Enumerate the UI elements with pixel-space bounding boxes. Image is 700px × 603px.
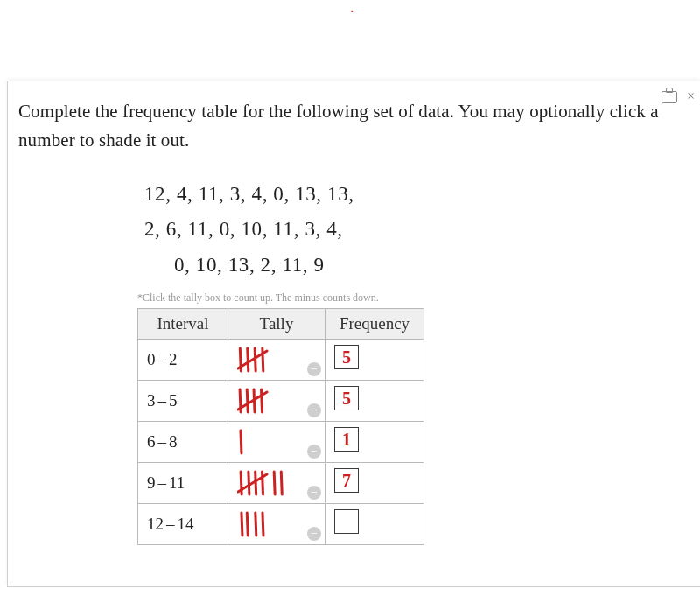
interval-cell: 6–8 <box>138 421 228 462</box>
interval-hi: 11 <box>169 473 185 492</box>
tally-minus-button[interactable]: − <box>307 527 321 541</box>
interval-hi: 14 <box>178 515 194 533</box>
tally-minus-button[interactable]: − <box>307 403 321 417</box>
frequency-value: 5 <box>335 346 358 368</box>
frequency-value: 7 <box>335 469 358 492</box>
tally-cell[interactable]: − <box>228 462 326 503</box>
question-panel: × Complete the frequency table for the f… <box>7 81 700 587</box>
frequency-input[interactable]: 5 <box>334 386 359 410</box>
dash: – <box>158 350 167 368</box>
dataset-numbers[interactable]: 12, 4, 11, 3, 4, 0, 13, 13, 2, 6, 11, 0,… <box>144 177 682 283</box>
interval-lo: 6 <box>147 432 156 451</box>
table-row: 12–14− <box>138 503 424 544</box>
interval-hi: 8 <box>169 432 178 451</box>
col-tally: Tally <box>228 308 326 339</box>
frequency-input[interactable]: 5 <box>334 345 359 369</box>
data-row[interactable]: 2, 6, 11, 0, 10, 11, 3, 4, <box>144 212 682 247</box>
data-row[interactable]: 12, 4, 11, 3, 4, 0, 13, 13, <box>144 177 682 212</box>
frequency-input[interactable]: 7 <box>334 468 359 493</box>
tally-minus-button[interactable]: − <box>307 445 321 459</box>
col-frequency: Frequency <box>326 308 424 339</box>
prompt-line-2: number to shade it out. <box>18 130 189 151</box>
tally-cell[interactable]: − <box>228 380 326 421</box>
frequency-input[interactable]: 1 <box>334 427 359 452</box>
frequency-input[interactable] <box>334 509 359 534</box>
interval-cell: 0–2 <box>138 339 228 380</box>
dash: – <box>158 432 167 451</box>
tally-hint: *Click the tally box to count up. The mi… <box>137 291 682 305</box>
frequency-table: Interval Tally Frequency 0–2−53–5−56–8−1… <box>137 308 424 545</box>
frequency-cell: 5 <box>326 380 424 421</box>
interval-hi: 5 <box>169 391 178 410</box>
frequency-cell: 7 <box>326 462 424 503</box>
frequency-cell: 1 <box>326 421 424 462</box>
dash: – <box>158 391 167 410</box>
data-row[interactable]: 0, 10, 13, 2, 11, 9 <box>144 248 682 283</box>
question-prompt: Complete the frequency table for the fol… <box>18 97 682 154</box>
interval-cell: 12–14 <box>138 503 228 544</box>
table-row: 6–8−1 <box>138 421 424 462</box>
frequency-cell <box>326 503 424 544</box>
dash: – <box>166 515 175 533</box>
dash: – <box>158 473 167 492</box>
tally-cell[interactable]: − <box>228 339 326 380</box>
table-row: 9–11−7 <box>138 462 424 503</box>
close-icon[interactable]: × <box>687 88 695 104</box>
frequency-cell: 5 <box>326 339 424 380</box>
interval-lo: 9 <box>147 473 156 492</box>
frequency-value: 5 <box>335 387 358 410</box>
interval-cell: 3–5 <box>138 380 228 421</box>
tally-cell[interactable]: − <box>228 503 326 544</box>
interval-hi: 2 <box>169 350 178 368</box>
frequency-value <box>335 510 358 533</box>
col-interval: Interval <box>138 308 228 339</box>
prompt-line-1: Complete the frequency table for the fol… <box>18 101 659 122</box>
tally-minus-button[interactable]: − <box>307 362 321 376</box>
interval-lo: 12 <box>147 515 164 533</box>
interval-lo: 0 <box>147 350 156 368</box>
tally-cell[interactable]: − <box>228 421 326 462</box>
interval-lo: 3 <box>147 391 156 410</box>
table-row: 3–5−5 <box>138 380 424 421</box>
tally-minus-button[interactable]: − <box>307 486 321 500</box>
stray-mark: · <box>350 3 354 21</box>
interval-cell: 9–11 <box>138 462 228 503</box>
table-row: 0–2−5 <box>138 339 424 380</box>
frequency-value: 1 <box>335 428 358 451</box>
